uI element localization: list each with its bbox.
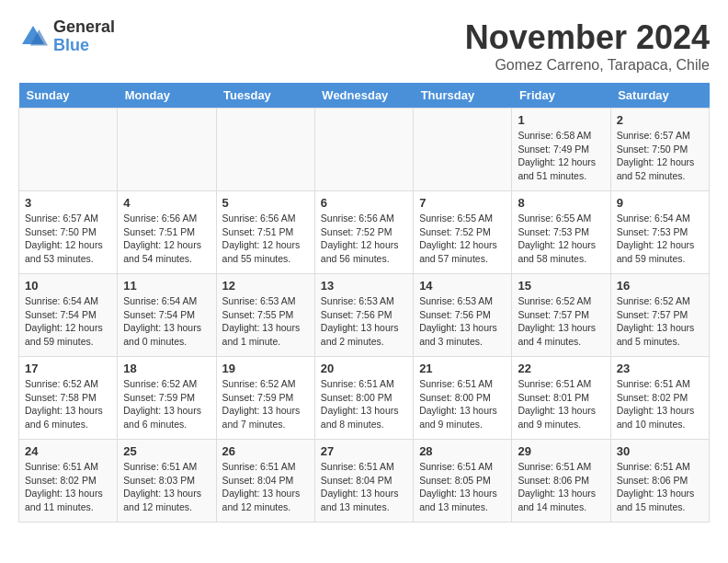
day-number: 14	[419, 279, 506, 293]
calendar-cell: 20Sunrise: 6:51 AM Sunset: 8:00 PM Dayli…	[314, 357, 413, 440]
calendar-cell: 27Sunrise: 6:51 AM Sunset: 8:04 PM Dayli…	[314, 440, 413, 523]
day-number: 7	[419, 196, 506, 210]
calendar-cell: 25Sunrise: 6:51 AM Sunset: 8:03 PM Dayli…	[118, 440, 216, 523]
day-number: 27	[321, 444, 407, 458]
calendar-cell: 28Sunrise: 6:51 AM Sunset: 8:05 PM Dayli…	[414, 440, 512, 523]
title-block: November 2024 Gomez Carreno, Tarapaca, C…	[465, 18, 710, 74]
column-header-saturday: Saturday	[610, 83, 709, 109]
calendar-cell: 10Sunrise: 6:54 AM Sunset: 7:54 PM Dayli…	[19, 274, 118, 357]
calendar-week-2: 3Sunrise: 6:57 AM Sunset: 7:50 PM Daylig…	[19, 191, 710, 274]
calendar-cell: 17Sunrise: 6:52 AM Sunset: 7:58 PM Dayli…	[19, 357, 118, 440]
calendar-cell: 4Sunrise: 6:56 AM Sunset: 7:51 PM Daylig…	[118, 191, 216, 274]
day-number: 10	[25, 279, 111, 293]
day-number: 20	[321, 362, 407, 375]
day-info: Sunrise: 6:52 AM Sunset: 7:57 PM Dayligh…	[518, 294, 604, 349]
calendar-week-5: 24Sunrise: 6:51 AM Sunset: 8:02 PM Dayli…	[19, 440, 710, 523]
calendar-cell: 14Sunrise: 6:53 AM Sunset: 7:56 PM Dayli…	[414, 274, 512, 357]
day-info: Sunrise: 6:51 AM Sunset: 8:06 PM Dayligh…	[617, 460, 703, 514]
calendar-cell: 13Sunrise: 6:53 AM Sunset: 7:56 PM Dayli…	[314, 274, 413, 357]
month-year-title: November 2024	[465, 18, 710, 57]
calendar-cell	[19, 109, 118, 191]
calendar-cell	[118, 109, 216, 191]
day-info: Sunrise: 6:52 AM Sunset: 7:58 PM Dayligh…	[25, 377, 111, 431]
day-number: 12	[222, 279, 309, 293]
column-header-wednesday: Wednesday	[314, 83, 413, 109]
logo-blue-text: Blue	[53, 37, 115, 55]
day-info: Sunrise: 6:56 AM Sunset: 7:52 PM Dayligh…	[321, 212, 407, 266]
calendar-cell: 22Sunrise: 6:51 AM Sunset: 8:01 PM Dayli…	[512, 357, 610, 440]
day-info: Sunrise: 6:53 AM Sunset: 7:56 PM Dayligh…	[419, 294, 506, 349]
day-number: 18	[123, 362, 210, 375]
day-info: Sunrise: 6:54 AM Sunset: 7:54 PM Dayligh…	[25, 294, 111, 349]
day-info: Sunrise: 6:55 AM Sunset: 7:53 PM Dayligh…	[518, 212, 604, 266]
day-info: Sunrise: 6:57 AM Sunset: 7:50 PM Dayligh…	[617, 129, 703, 183]
calendar-cell: 8Sunrise: 6:55 AM Sunset: 7:53 PM Daylig…	[512, 191, 610, 274]
day-number: 24	[25, 444, 111, 458]
day-info: Sunrise: 6:51 AM Sunset: 8:00 PM Dayligh…	[321, 377, 407, 431]
day-number: 17	[25, 362, 111, 375]
day-number: 25	[123, 444, 210, 458]
calendar-body: 1Sunrise: 6:58 AM Sunset: 7:49 PM Daylig…	[19, 109, 710, 523]
day-info: Sunrise: 6:51 AM Sunset: 8:04 PM Dayligh…	[321, 460, 407, 514]
day-number: 8	[518, 196, 604, 210]
day-info: Sunrise: 6:52 AM Sunset: 7:59 PM Dayligh…	[123, 377, 210, 431]
calendar-cell: 15Sunrise: 6:52 AM Sunset: 7:57 PM Dayli…	[512, 274, 610, 357]
day-info: Sunrise: 6:58 AM Sunset: 7:49 PM Dayligh…	[518, 129, 604, 183]
day-number: 11	[123, 279, 210, 293]
day-number: 6	[321, 196, 407, 210]
logo-general-text: General	[53, 18, 115, 37]
day-info: Sunrise: 6:56 AM Sunset: 7:51 PM Dayligh…	[222, 212, 309, 266]
column-header-monday: Monday	[118, 83, 216, 109]
column-header-thursday: Thursday	[414, 83, 512, 109]
day-number: 5	[222, 196, 309, 210]
day-number: 3	[25, 196, 111, 210]
day-number: 28	[419, 444, 506, 458]
calendar-cell: 12Sunrise: 6:53 AM Sunset: 7:55 PM Dayli…	[216, 274, 314, 357]
day-number: 1	[518, 113, 604, 127]
calendar-cell: 29Sunrise: 6:51 AM Sunset: 8:06 PM Dayli…	[512, 440, 610, 523]
day-info: Sunrise: 6:51 AM Sunset: 8:05 PM Dayligh…	[419, 460, 506, 514]
page-header: General Blue November 2024 Gomez Carreno…	[18, 18, 710, 74]
day-info: Sunrise: 6:51 AM Sunset: 8:03 PM Dayligh…	[123, 460, 210, 514]
day-number: 26	[222, 444, 309, 458]
day-number: 21	[419, 362, 506, 375]
day-info: Sunrise: 6:52 AM Sunset: 7:57 PM Dayligh…	[617, 294, 703, 349]
day-info: Sunrise: 6:54 AM Sunset: 7:54 PM Dayligh…	[123, 294, 210, 349]
calendar-cell: 18Sunrise: 6:52 AM Sunset: 7:59 PM Dayli…	[118, 357, 216, 440]
logo: General Blue	[18, 18, 115, 55]
calendar-cell: 5Sunrise: 6:56 AM Sunset: 7:51 PM Daylig…	[216, 191, 314, 274]
day-number: 30	[617, 444, 703, 458]
calendar-cell: 9Sunrise: 6:54 AM Sunset: 7:53 PM Daylig…	[610, 191, 709, 274]
calendar-cell: 1Sunrise: 6:58 AM Sunset: 7:49 PM Daylig…	[512, 109, 610, 191]
calendar-cell: 3Sunrise: 6:57 AM Sunset: 7:50 PM Daylig…	[19, 191, 118, 274]
calendar-cell	[314, 109, 413, 191]
day-info: Sunrise: 6:52 AM Sunset: 7:59 PM Dayligh…	[222, 377, 309, 431]
day-info: Sunrise: 6:57 AM Sunset: 7:50 PM Dayligh…	[25, 212, 111, 266]
calendar-cell: 23Sunrise: 6:51 AM Sunset: 8:02 PM Dayli…	[610, 357, 709, 440]
calendar-cell: 2Sunrise: 6:57 AM Sunset: 7:50 PM Daylig…	[610, 109, 709, 191]
day-info: Sunrise: 6:53 AM Sunset: 7:55 PM Dayligh…	[222, 294, 309, 349]
day-info: Sunrise: 6:51 AM Sunset: 8:01 PM Dayligh…	[518, 377, 604, 431]
day-number: 9	[617, 196, 703, 210]
day-info: Sunrise: 6:53 AM Sunset: 7:56 PM Dayligh…	[321, 294, 407, 349]
column-header-friday: Friday	[512, 83, 610, 109]
day-number: 22	[518, 362, 604, 375]
day-info: Sunrise: 6:51 AM Sunset: 8:02 PM Dayligh…	[25, 460, 111, 514]
day-number: 15	[518, 279, 604, 293]
column-header-sunday: Sunday	[19, 83, 118, 109]
calendar-cell: 30Sunrise: 6:51 AM Sunset: 8:06 PM Dayli…	[610, 440, 709, 523]
calendar-header: SundayMondayTuesdayWednesdayThursdayFrid…	[19, 83, 710, 109]
calendar-cell: 21Sunrise: 6:51 AM Sunset: 8:00 PM Dayli…	[414, 357, 512, 440]
calendar-cell: 19Sunrise: 6:52 AM Sunset: 7:59 PM Dayli…	[216, 357, 314, 440]
calendar-cell: 24Sunrise: 6:51 AM Sunset: 8:02 PM Dayli…	[19, 440, 118, 523]
logo-icon	[18, 22, 48, 52]
day-number: 23	[617, 362, 703, 375]
calendar-cell: 16Sunrise: 6:52 AM Sunset: 7:57 PM Dayli…	[610, 274, 709, 357]
calendar-cell	[216, 109, 314, 191]
calendar-cell: 26Sunrise: 6:51 AM Sunset: 8:04 PM Dayli…	[216, 440, 314, 523]
calendar-cell: 7Sunrise: 6:55 AM Sunset: 7:52 PM Daylig…	[414, 191, 512, 274]
calendar-week-3: 10Sunrise: 6:54 AM Sunset: 7:54 PM Dayli…	[19, 274, 710, 357]
calendar-table: SundayMondayTuesdayWednesdayThursdayFrid…	[18, 83, 710, 523]
calendar-cell	[414, 109, 512, 191]
day-number: 13	[321, 279, 407, 293]
